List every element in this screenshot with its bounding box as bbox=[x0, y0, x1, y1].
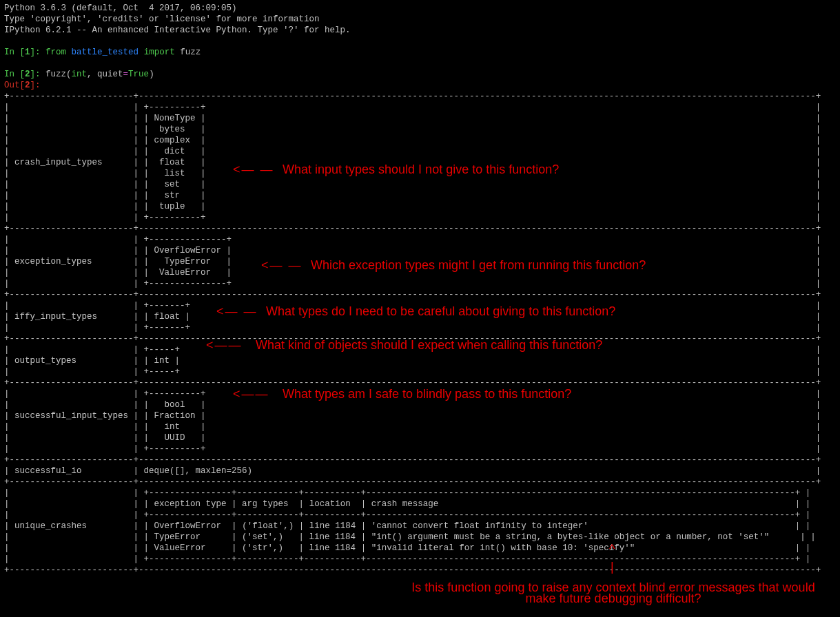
table-row: | | | TypeError | ('set',) | line 1184 |… bbox=[4, 532, 836, 543]
arrow-5: <—— bbox=[233, 388, 269, 399]
annotation-iffy-input: What types do I need to be careful about… bbox=[266, 306, 615, 317]
table-border-top: +------------------------+--------------… bbox=[4, 91, 836, 102]
table-row: | | +----------------+------------+-----… bbox=[4, 488, 836, 499]
python-info-line: Type 'copyright', 'credits' or 'license'… bbox=[4, 14, 836, 25]
table-border-bottom: +------------------------+--------------… bbox=[4, 565, 836, 576]
table-row: | | | set | | bbox=[4, 179, 836, 190]
table-border: +------------------------+--------------… bbox=[4, 289, 836, 300]
arrow-3: <— — bbox=[216, 306, 258, 317]
arrow-4: <—— bbox=[206, 339, 243, 351]
caret-up: ^ bbox=[609, 543, 615, 554]
annotation-bottom: Is this function going to raise any cont… bbox=[400, 582, 827, 604]
table-header-row: | | | exception type | arg types | locat… bbox=[4, 499, 836, 510]
table-row: | | | dict | | bbox=[4, 146, 836, 157]
table-row: | | +----------+ | bbox=[4, 102, 836, 113]
table-row: | | +-------+ | bbox=[4, 322, 836, 333]
arrow-1: <— — bbox=[233, 164, 274, 175]
table-row: | | +----------------+------------+-----… bbox=[4, 510, 836, 521]
table-row: | | | bytes | | bbox=[4, 124, 836, 135]
table-row: | | | bool | | bbox=[4, 399, 836, 410]
table-row: | | | complex | | bbox=[4, 135, 836, 146]
table-row: | | | UUID | | bbox=[4, 432, 836, 443]
annotation-exception-types: Which exception types might I get from r… bbox=[311, 260, 646, 271]
table-row: | | +---------------+ | bbox=[4, 278, 836, 289]
table-row: | | | NoneType | | bbox=[4, 113, 836, 124]
output-2-label: Out[2]: bbox=[4, 80, 836, 91]
table-row: | | | tuple | | bbox=[4, 201, 836, 212]
table-row: | | +----------------+------------+-----… bbox=[4, 554, 836, 565]
table-row: | | | str | | bbox=[4, 190, 836, 201]
table-row: | | +-----+ | bbox=[4, 366, 836, 377]
table-row: | | | OverflowError | | bbox=[4, 245, 836, 256]
annotation-crash-input: What input types should I not give to th… bbox=[283, 164, 559, 175]
table-border: +------------------------+--------------… bbox=[4, 454, 836, 466]
table-row: | | +----------+ | bbox=[4, 212, 836, 223]
annotation-successful-input: What types am I safe to blindly pass to … bbox=[283, 388, 571, 399]
table-row-label: | successful_input_types | | Fraction | … bbox=[4, 410, 836, 421]
python-version-line: Python 3.6.3 (default, Oct 4 2017, 06:09… bbox=[4, 3, 836, 14]
table-border: +------------------------+--------------… bbox=[4, 477, 836, 488]
annotation-output-types: What kind of objects should I expect whe… bbox=[256, 339, 602, 351]
input-1-line[interactable]: In [1]: from battle_tested import fuzz bbox=[4, 47, 836, 58]
pipe-down: | bbox=[611, 561, 614, 572]
table-border: +------------------------+--------------… bbox=[4, 223, 836, 234]
table-row-label: | unique_crashes | | OverflowError | ('f… bbox=[4, 521, 836, 532]
ipython-version-line: IPython 6.2.1 -- An enhanced Interactive… bbox=[4, 25, 836, 36]
input-2-line[interactable]: In [2]: fuzz(int, quiet=True) bbox=[4, 69, 836, 80]
table-row: | | +----------+ | bbox=[4, 443, 836, 454]
arrow-2: <— — bbox=[261, 260, 303, 271]
table-row: | | +---------------+ | bbox=[4, 234, 836, 245]
table-row: | | | ValueError | ('str',) | line 1184 … bbox=[4, 543, 836, 554]
table-row-label: | successful_io | deque([], maxlen=256) … bbox=[4, 466, 836, 477]
table-row-label: | output_types | | int | | bbox=[4, 355, 836, 366]
table-row: | | | int | | bbox=[4, 421, 836, 432]
